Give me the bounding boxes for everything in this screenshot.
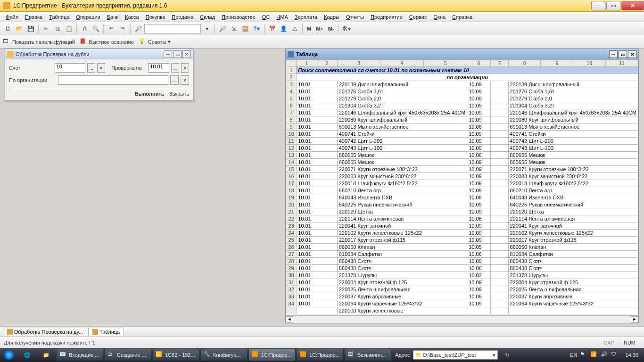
col-header[interactable]: 11 [606,60,638,67]
row-header[interactable]: 25 [286,237,297,244]
row-header[interactable] [286,307,297,314]
col-header[interactable]: 10 [573,60,606,67]
table-row[interactable]: 3410.01220064 Круги чашечные 125*43*3210… [286,300,638,307]
col-header[interactable]: 7 [491,60,508,67]
menu-склад[interactable]: Склад [197,13,218,21]
row-header[interactable]: 28 [286,258,297,265]
table-row[interactable]: 2810.01860438 Скотч10.09860438 Скотч [286,258,638,265]
taskbar-task[interactable]: 🗂Создание ... [104,349,151,361]
menu-справка[interactable]: Справка [449,13,475,21]
col-header[interactable]: 9 [541,60,573,67]
minimize-button[interactable]: ─ [591,1,605,10]
menu-покупка[interactable]: Покупка [143,13,168,21]
menu-таблица[interactable]: Таблица [46,13,72,21]
table-row[interactable]: 3210.01220025 Лента шлифовальная10.09220… [286,286,638,293]
col-header[interactable]: 4 [380,60,424,67]
scroll-right-icon[interactable]: ► [631,316,638,323]
row-header[interactable]: 22 [286,215,297,222]
row-header[interactable]: 29 [286,265,297,272]
check-by-field[interactable]: 10.01 [148,63,169,73]
table-row[interactable]: 2910.01860438 Скотч10.06860438 Скотч [286,265,638,272]
table-row[interactable]: 510.01201279 Скоба 2,010.09201279 Скоба … [286,95,638,102]
table-row[interactable]: 810.01220080 Круг шлифовальный10.0922008… [286,116,638,123]
table-row[interactable]: 910.01890013 Мыло хозяйственное10.068900… [286,123,638,131]
row-header[interactable]: 32 [286,286,297,293]
table-row[interactable]: 1610.01220083 Круг зачистной 230*6*2210.… [286,173,638,180]
row-header[interactable]: 21 [286,208,297,215]
account-clear-button[interactable]: × [97,63,105,73]
table-row[interactable]: 1310.01860655 Мешок10.06860655 Мешок [286,152,638,159]
table-close-button[interactable]: ✕ [628,50,636,58]
table-row[interactable]: 1510.01220071 Круги отрезные 180*3*2210.… [286,166,638,173]
row-header[interactable]: 14 [286,159,297,166]
taskbar-task[interactable]: 🟧1С:Предпр... [297,349,344,361]
col-header[interactable]: 1 [297,60,317,67]
row-header[interactable]: 3 [286,81,297,88]
calc-icon[interactable]: 🧮 [240,24,250,34]
row-header[interactable]: 15 [286,166,297,173]
table-row[interactable]: 3010.01201378 Шурупы10.02201378 Шурупы [286,272,638,279]
col-header[interactable]: 6 [467,60,491,67]
table-maximize-button[interactable]: ▭ [619,50,627,58]
menu-банк[interactable]: Банк [104,13,121,21]
menu-продажа[interactable]: Продажа [169,13,196,21]
taskbar-task[interactable]: 📧Входящие ... [56,349,103,361]
menu-кадры[interactable]: Кадры [321,13,342,21]
table-row[interactable]: 2710.01810034 Салфетки10.06810034 Салфет… [286,251,638,258]
org-field[interactable] [58,75,168,85]
start-button[interactable] [0,348,18,362]
tools-icon[interactable]: 🛠▾ [341,24,352,34]
table-row[interactable]: 310.01220139 Диск шлифовальный10.0922013… [286,81,638,88]
row-header[interactable]: 1 [286,67,297,74]
table-row[interactable]: 1210.01400743 Щит L-10010.09400743 Щит L… [286,145,638,152]
run-button[interactable]: Выполнить [135,91,165,97]
search-input[interactable] [144,24,201,33]
chevron-down-icon[interactable]: ▾ [493,352,495,358]
row-header[interactable]: 2 [286,74,297,81]
row-header[interactable]: 26 [286,244,297,251]
row-header[interactable]: 6 [286,102,297,109]
open-icon[interactable]: 📂 [14,24,25,34]
taskbar-task[interactable]: 🟨1С82 - 192... [152,349,199,361]
cut-icon[interactable]: ✂ [41,24,51,34]
col-header[interactable]: 3 [337,60,380,67]
check-clear-button[interactable]: × [181,63,189,73]
row-header[interactable]: 18 [286,187,297,194]
menu-ос[interactable]: ОС [259,13,273,21]
table-row[interactable]: 2110.01220120 Щетка10.09220120 Щетка [286,208,638,215]
preview-icon[interactable]: 🔍 [91,24,101,34]
dialog-close-button[interactable]: ✕ [182,50,191,58]
table-row[interactable]: 1910.01640043 Изолента ПХВ10.08640043 Из… [286,194,638,201]
table-row[interactable]: 2210.01202114 Лента алюминевая10.0820211… [286,215,638,222]
col-header[interactable]: 2 [317,60,337,67]
table-row[interactable]: 2510.01220017 Круг отрезной ф11510.09220… [286,237,638,244]
m-minus-icon[interactable]: M- [326,26,336,32]
user-icon[interactable]: 👤 [278,24,289,34]
table-row[interactable]: 2410.01220102 Круги лепестковые 125х2210… [286,230,638,237]
menu-предприятие[interactable]: Предприятие [368,13,405,21]
binoculars-icon[interactable]: 🔎 [133,24,143,34]
warn-icon[interactable]: ⚠ [289,24,300,34]
table-row[interactable]: 2610.01860050 Клапан10.05860050 Клапан [286,244,638,251]
new-icon[interactable]: 🗋 [3,24,13,34]
tray-volume-icon[interactable]: 🔊 [601,351,608,359]
tray-network-icon[interactable]: 📶 [590,351,598,359]
dialog-titlebar[interactable]: Обработка Проверка на дубли ─ ▭ ✕ [5,49,193,59]
table-row[interactable]: 1010.01400741 Стойки10.09400741 Стойки [286,131,638,138]
table-window-titlebar[interactable]: Таблица ─ ▭ ✕ [286,49,638,59]
org-picker-button[interactable]: … [170,75,179,85]
row-header[interactable]: 24 [286,230,297,237]
table-row[interactable]: 2010.01640225 Рукав пневматический10.096… [286,201,638,208]
taskbar-task[interactable]: 🖼Безымянн... [345,349,392,361]
window-tab[interactable]: Обработка Проверка на ду... [3,328,87,336]
row-header[interactable]: 33 [286,293,297,300]
calendar-icon[interactable]: 📅 [267,24,277,34]
row-header[interactable]: 11 [286,138,297,145]
table-row[interactable]: 1710.01220018 Шлиф круги Ф180*2,5*2210.0… [286,180,638,187]
check-picker-button[interactable]: … [171,63,179,73]
table-row[interactable]: 1110.01400742 Щит L-20010.09400742 Щит L… [286,138,638,145]
dialog-minimize-button[interactable]: ─ [164,50,172,58]
row-header[interactable]: 19 [286,194,297,201]
table-row[interactable]: 2310.01220041 Круг заточной10.09220041 К… [286,222,638,230]
show-panel-button[interactable]: 🗔 Показать панель функций [3,38,75,46]
